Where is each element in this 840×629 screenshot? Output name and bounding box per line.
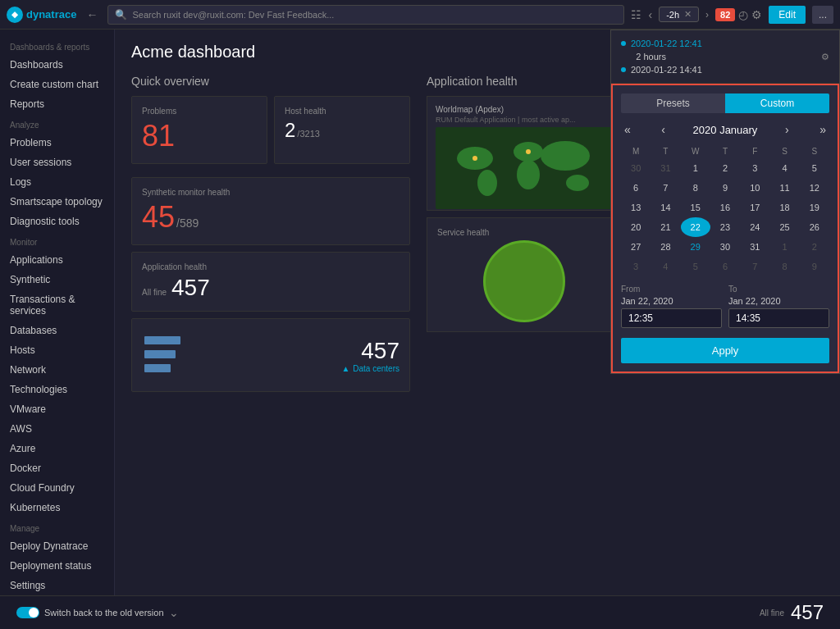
time-entry-2[interactable]: 2 hours — [621, 50, 702, 63]
toggle-control[interactable] — [16, 607, 39, 618]
calendar-day[interactable]: 26 — [800, 217, 829, 237]
calendar-day[interactable]: 3 — [740, 158, 769, 178]
sidebar-item-synthetic[interactable]: Synthetic — [0, 270, 114, 289]
host-value: 2 — [285, 119, 295, 142]
next-year-button[interactable]: » — [816, 121, 829, 138]
calendar-day[interactable]: 16 — [710, 198, 740, 217]
calendar-day[interactable]: 30 — [710, 237, 740, 257]
problems-host-row: Problems 81 Host health 2 /3213 — [131, 96, 410, 171]
calendar-day[interactable]: 8 — [681, 178, 710, 198]
to-time-input[interactable] — [728, 308, 829, 328]
sidebar-item-cloud-foundry[interactable]: Cloud Foundry — [0, 478, 114, 498]
sidebar-item-deployment-status[interactable]: Deployment status — [0, 556, 114, 576]
prev-month-button[interactable]: ‹ — [658, 121, 669, 138]
tab-custom[interactable]: Custom — [725, 93, 829, 113]
calendar-day[interactable]: 27 — [621, 237, 651, 257]
sidebar-item-technologies[interactable]: Technologies — [0, 380, 114, 399]
sidebar-item-transactions-services[interactable]: Transactions & services — [0, 289, 114, 321]
calendar-day[interactable]: 15 — [681, 198, 710, 217]
chevron-down-icon[interactable]: ⌄ — [169, 606, 179, 619]
calendar-day[interactable]: 4 — [651, 257, 680, 276]
sidebar-item-aws[interactable]: AWS — [0, 419, 114, 439]
tab-presets[interactable]: Presets — [621, 93, 725, 113]
sidebar-item-applications[interactable]: Applications — [0, 250, 114, 270]
toggle-switch[interactable]: Switch back to the old version ⌄ — [16, 606, 179, 619]
time-display[interactable]: -2h ✕ — [659, 7, 699, 22]
calendar-day[interactable]: 2 — [800, 237, 829, 257]
calendar-day[interactable]: 6 — [710, 257, 740, 276]
calendar-day[interactable]: 1 — [769, 237, 799, 257]
calendar-week-5: 3456789 — [621, 257, 829, 276]
sidebar-item-settings[interactable]: Settings — [0, 576, 114, 595]
settings-icon[interactable]: ⚙ — [751, 8, 762, 21]
sidebar-item-problems[interactable]: Problems — [0, 133, 114, 153]
calendar-day[interactable]: 22 — [681, 217, 710, 237]
prev-year-button[interactable]: « — [621, 121, 634, 138]
filter-icon[interactable]: ☷ — [631, 8, 641, 21]
sidebar-item-create-custom-chart[interactable]: Create custom chart — [0, 75, 114, 94]
host-health-card: Host health 2 /3213 — [274, 96, 410, 164]
calendar-day[interactable]: 10 — [740, 178, 769, 198]
calendar-day[interactable]: 12 — [800, 178, 829, 198]
back-button[interactable]: ← — [83, 7, 101, 23]
calendar-day[interactable]: 24 — [740, 217, 769, 237]
calendar-day[interactable]: 9 — [800, 257, 829, 276]
calendar-day[interactable]: 20 — [621, 217, 651, 237]
col-mon: M — [621, 144, 651, 158]
sidebar-item-hosts[interactable]: Hosts — [0, 340, 114, 360]
calendar-day[interactable]: 4 — [769, 158, 799, 178]
calendar-day[interactable]: 11 — [769, 178, 799, 198]
calendar-day[interactable]: 9 — [710, 178, 740, 198]
time-entry-3[interactable]: 2020-01-22 14:41 — [621, 63, 702, 76]
calendar-day[interactable]: 19 — [800, 198, 829, 217]
sidebar-item-azure[interactable]: Azure — [0, 439, 114, 458]
calendar-day[interactable]: 7 — [651, 178, 680, 198]
more-button[interactable]: ... — [812, 6, 833, 24]
calendar-day[interactable]: 23 — [710, 217, 740, 237]
calendar-day[interactable]: 25 — [769, 217, 799, 237]
calendar-day[interactable]: 14 — [651, 198, 680, 217]
arrow-right-icon[interactable]: › — [705, 9, 709, 21]
settings-clock-icon[interactable]: ⚙ — [821, 52, 829, 62]
sidebar-item-network[interactable]: Network — [0, 360, 114, 380]
sidebar-item-diagnostic-tools[interactable]: Diagnostic tools — [0, 212, 114, 231]
sidebar-item-user-sessions[interactable]: User sessions — [0, 153, 114, 172]
sidebar-item-dashboards[interactable]: Dashboards — [0, 55, 114, 75]
calendar-day[interactable]: 7 — [740, 257, 769, 276]
sidebar-item-docker[interactable]: Docker — [0, 458, 114, 478]
calendar-day[interactable]: 28 — [651, 237, 680, 257]
calendar-day[interactable]: 31 — [740, 237, 769, 257]
sidebar-item-logs[interactable]: Logs — [0, 172, 114, 192]
calendar-day[interactable]: 13 — [621, 198, 651, 217]
calendar-day[interactable]: 5 — [681, 257, 710, 276]
search-bar[interactable]: 🔍 Search ruxit dev@ruxit.com: Dev Fast F… — [107, 5, 624, 25]
monitor-icon[interactable]: ◴ — [738, 8, 748, 21]
sidebar-item-reports[interactable]: Reports — [0, 94, 114, 114]
calendar-day[interactable]: 31 — [651, 158, 680, 178]
calendar-day[interactable]: 5 — [800, 158, 829, 178]
calendar-day[interactable]: 2 — [710, 158, 740, 178]
calendar-day[interactable]: 18 — [769, 198, 799, 217]
sidebar-item-vmware[interactable]: VMware — [0, 399, 114, 419]
calendar-day[interactable]: 17 — [740, 198, 769, 217]
sidebar-item-deploy-dynatrace[interactable]: Deploy Dynatrace — [0, 536, 114, 556]
calendar-day[interactable]: 30 — [621, 158, 651, 178]
edit-button[interactable]: Edit — [769, 6, 806, 24]
sidebar-item-kubernetes[interactable]: Kubernetes — [0, 498, 114, 517]
apply-button[interactable]: Apply — [621, 338, 829, 363]
close-icon[interactable]: ✕ — [684, 9, 692, 20]
problems-value: 81 — [142, 119, 257, 153]
from-time-input[interactable] — [621, 308, 722, 328]
time-entry-1[interactable]: 2020-01-22 12:41 — [621, 37, 702, 50]
sidebar-item-smartscape-topology[interactable]: Smartscape topology — [0, 192, 114, 212]
calendar-day[interactable]: 8 — [769, 257, 799, 276]
notification-badge[interactable]: 82 — [715, 8, 735, 21]
calendar-day[interactable]: 6 — [621, 178, 651, 198]
arrow-left-icon[interactable]: ‹ — [648, 8, 652, 21]
sidebar-item-databases[interactable]: Databases — [0, 321, 114, 340]
calendar-day[interactable]: 21 — [651, 217, 680, 237]
calendar-day[interactable]: 1 — [681, 158, 710, 178]
calendar-day[interactable]: 29 — [681, 237, 710, 257]
next-month-button[interactable]: › — [782, 121, 792, 138]
calendar-day[interactable]: 3 — [621, 257, 651, 276]
